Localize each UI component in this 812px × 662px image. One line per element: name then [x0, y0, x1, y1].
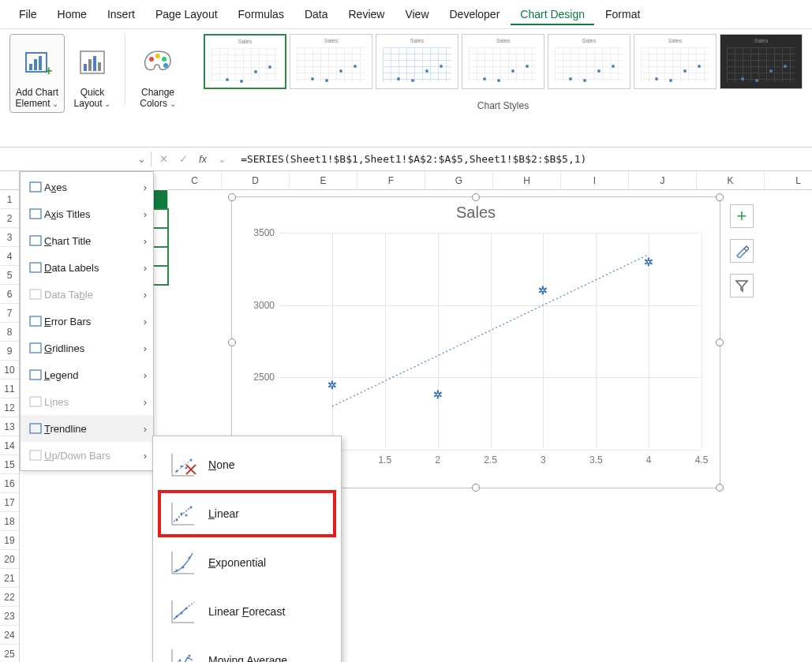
chart-element-menu-axes[interactable]: Axes› [21, 174, 153, 200]
trendline-option-moving-average[interactable]: Moving Average [158, 637, 336, 662]
menu-developer[interactable]: Developer [440, 3, 510, 25]
chevron-right-icon: › [144, 208, 147, 220]
row-header-6[interactable]: 6 [0, 285, 19, 304]
menu-item-icon [27, 180, 44, 194]
menu-item-icon [27, 234, 44, 248]
x-tick-label: 3 [541, 454, 546, 466]
row-header-9[interactable]: 9 [0, 342, 19, 361]
chart-style-4[interactable]: Sales [462, 34, 544, 89]
plot-area[interactable]: 200025003000350011.522.533.544.5✲✲✲✲ [279, 233, 700, 448]
add-chart-element-icon: + [21, 38, 53, 87]
col-header-I[interactable]: I [561, 171, 629, 190]
col-header-F[interactable]: F [357, 171, 425, 190]
row-header-2[interactable]: 2 [0, 209, 19, 228]
row-header-22[interactable]: 22 [0, 588, 19, 607]
row-header-12[interactable]: 12 [0, 398, 19, 417]
chart-element-menu-trendline[interactable]: Trendline› [21, 415, 153, 442]
menu-format[interactable]: Format [596, 3, 649, 25]
col-header-K[interactable]: K [697, 171, 765, 190]
quick-layout-button[interactable]: Quick Layout [65, 34, 120, 113]
row-header-19[interactable]: 19 [0, 531, 19, 550]
worksheet-grid[interactable]: 1234567891011121314151617181920212223242… [0, 171, 812, 662]
col-header-G[interactable]: G [425, 171, 493, 190]
menu-chart-design[interactable]: Chart Design [511, 3, 594, 25]
chart-elements-button[interactable]: + [730, 204, 754, 228]
x-tick-label: 4 [646, 454, 652, 466]
menu-formulas[interactable]: Formulas [229, 3, 294, 25]
svg-point-51 [181, 612, 183, 615]
formula-input[interactable]: =SERIES(Sheet1!$B$1,Sheet1!$A$2:$A$5,She… [234, 150, 812, 168]
trendline-option-exponential[interactable]: Exponential [158, 539, 336, 586]
chart-style-3[interactable]: Sales [376, 34, 458, 89]
chart-style-6[interactable]: Sales [634, 34, 717, 89]
row-header-18[interactable]: 18 [0, 512, 19, 531]
row-header-8[interactable]: 8 [0, 323, 19, 342]
row-header-14[interactable]: 14 [0, 436, 19, 455]
chart-style-7[interactable]: Sales [720, 34, 803, 89]
row-header-15[interactable]: 15 [0, 455, 19, 474]
chart-styles-gallery[interactable]: SalesSalesSalesSalesSalesSalesSales [204, 34, 803, 89]
data-point[interactable]: ✲ [327, 380, 337, 390]
menu-review[interactable]: Review [339, 3, 395, 25]
fx-chevron-icon[interactable]: ⌄ [218, 153, 226, 165]
palette-icon [140, 38, 175, 87]
data-point[interactable]: ✲ [433, 390, 443, 399]
trendline-option-linear[interactable]: Linear [158, 490, 336, 537]
row-header-10[interactable]: 10 [0, 361, 19, 380]
chart-style-2[interactable]: Sales [290, 34, 372, 89]
data-point[interactable]: ✲ [644, 257, 653, 267]
change-colors-button[interactable]: Change Colors [130, 34, 185, 113]
chart-element-menu-gridlines[interactable]: Gridlines› [21, 335, 153, 361]
enter-formula-icon[interactable]: ✓ [179, 153, 188, 165]
chart-style-1[interactable]: Sales [204, 34, 286, 89]
row-header-20[interactable]: 20 [0, 550, 19, 569]
cancel-formula-icon[interactable]: ✕ [159, 153, 168, 165]
chart-filters-button[interactable] [730, 274, 754, 297]
col-header-H[interactable]: H [493, 171, 561, 190]
chevron-right-icon: › [144, 181, 147, 193]
row-header-24[interactable]: 24 [0, 626, 19, 645]
menu-file[interactable]: File [9, 3, 47, 25]
row-header-7[interactable]: 7 [0, 304, 19, 323]
row-header-16[interactable]: 16 [0, 474, 19, 493]
chart-element-menu-axis-titles[interactable]: Axis Titles› [21, 200, 153, 227]
row-header-23[interactable]: 23 [0, 607, 19, 626]
y-tick-label: 3000 [253, 300, 275, 311]
data-point[interactable]: ✲ [538, 286, 548, 295]
add-chart-element-button[interactable]: + Add Chart Element [9, 34, 65, 113]
chart-element-menu-data-labels[interactable]: Data Labels› [21, 254, 153, 281]
row-header-3[interactable]: 3 [0, 228, 19, 247]
svg-point-13 [163, 63, 168, 68]
menu-view[interactable]: View [395, 3, 438, 25]
fx-icon[interactable]: fx [199, 153, 207, 165]
menu-insert[interactable]: Insert [98, 3, 144, 25]
row-header-5[interactable]: 5 [0, 266, 19, 285]
row-header-11[interactable]: 11 [0, 380, 19, 398]
col-header-L[interactable]: L [765, 171, 812, 190]
col-header-C[interactable]: C [168, 171, 222, 190]
chart-title[interactable]: Sales [232, 197, 720, 228]
trendline-option-linear-forecast[interactable]: Linear Forecast [158, 588, 336, 635]
menu-home[interactable]: Home [48, 3, 96, 25]
col-header-J[interactable]: J [629, 171, 697, 190]
menu-data[interactable]: Data [295, 3, 338, 25]
row-header-13[interactable]: 13 [0, 417, 19, 436]
row-header-25[interactable]: 25 [0, 645, 19, 662]
row-header-21[interactable]: 21 [0, 569, 19, 588]
col-header-E[interactable]: E [290, 171, 357, 190]
chart-element-menu-error-bars[interactable]: Error Bars› [21, 308, 153, 335]
row-headers[interactable]: 1234567891011121314151617181920212223242… [0, 171, 20, 662]
trendline-option-label: None [208, 458, 234, 471]
trendline-option-none[interactable]: None [158, 441, 336, 488]
row-header-4[interactable]: 4 [0, 247, 19, 266]
svg-point-37 [176, 519, 178, 522]
name-box[interactable]: ⌄ [3, 151, 152, 166]
chart-style-5[interactable]: Sales [548, 34, 631, 89]
menu-page-layout[interactable]: Page Layout [146, 3, 227, 25]
row-header-1[interactable]: 1 [0, 190, 19, 209]
chart-styles-button[interactable] [730, 239, 754, 263]
chart-element-menu-chart-title[interactable]: Chart Title› [21, 227, 153, 254]
chart-element-menu-legend[interactable]: Legend› [21, 361, 153, 388]
row-header-17[interactable]: 17 [0, 493, 19, 512]
col-header-D[interactable]: D [222, 171, 290, 190]
